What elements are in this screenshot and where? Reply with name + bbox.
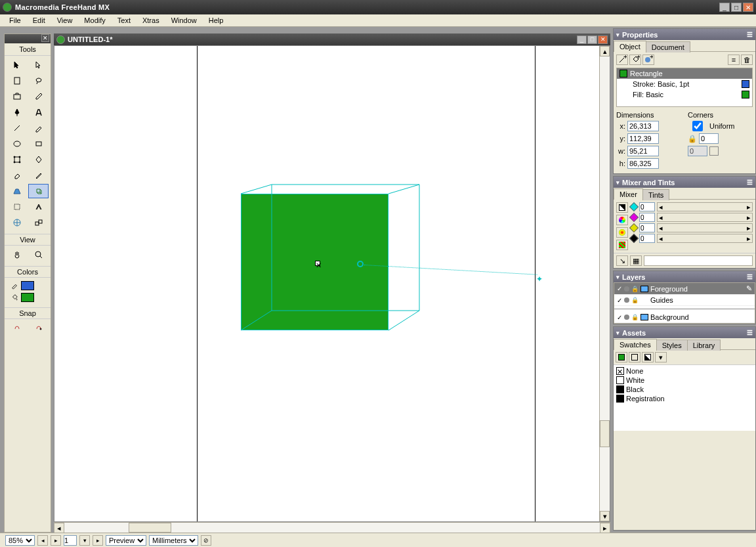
menu-view[interactable]: View — [51, 15, 79, 26]
tab-library[interactable]: Library — [687, 339, 721, 351]
stroke-color-swatch[interactable] — [21, 281, 34, 290]
yellow-slider[interactable]: ◂▸ — [657, 223, 753, 232]
menu-window[interactable]: Window — [165, 15, 203, 26]
text-tool[interactable] — [28, 105, 49, 120]
add-effect-button[interactable]: + — [642, 55, 654, 65]
layer-guides[interactable]: ✓🔒Guides — [614, 295, 755, 306]
fill-swatch[interactable] — [742, 91, 749, 98]
swatches-list[interactable]: ✕None White Black Registration — [614, 365, 755, 431]
snap-point-tool[interactable] — [28, 321, 49, 336]
tab-mixer[interactable]: Mixer — [614, 188, 643, 200]
mixer-header[interactable]: ▾Mixer and Tints☰ — [614, 177, 755, 188]
color-mode-1[interactable] — [616, 202, 628, 213]
layer-foreground[interactable]: ✓🔒Foreground✎ — [614, 283, 755, 295]
eyedropper-tool[interactable] — [28, 89, 49, 104]
swatch-menu-button[interactable]: ▾ — [655, 352, 667, 362]
h-input[interactable] — [627, 158, 659, 169]
zoom-select[interactable]: 85% — [5, 535, 35, 546]
layers-header[interactable]: ▾Layers☰ — [614, 271, 755, 282]
black-slider[interactable]: ◂▸ — [657, 234, 753, 243]
status-info-button[interactable]: ⊘ — [201, 535, 211, 546]
uniform-checkbox[interactable] — [688, 121, 707, 131]
canvas[interactable]: ✕ ✦ ▴ ▾ — [54, 45, 610, 522]
tree-stroke[interactable]: Stroke: Basic, 1pt — [617, 79, 752, 89]
tab-object[interactable]: Object — [614, 41, 646, 52]
stroke-swatch[interactable] — [742, 80, 749, 88]
connector-tool[interactable] — [7, 215, 27, 230]
scrollbar-vertical[interactable]: ▴ ▾ — [599, 46, 610, 521]
x-input[interactable] — [627, 121, 659, 131]
scroll-thumb-v[interactable] — [600, 420, 610, 448]
swatch-none[interactable]: ✕None — [616, 366, 753, 376]
maximize-button[interactable]: □ — [731, 3, 742, 12]
mode-select[interactable]: Preview — [106, 535, 146, 546]
3drotation-tool[interactable] — [28, 184, 49, 198]
eraser-tool[interactable] — [7, 168, 27, 183]
tab-tints[interactable]: Tints — [642, 189, 669, 200]
corner1-input[interactable] — [699, 133, 719, 144]
page-nav-button[interactable]: ▸ — [93, 535, 103, 546]
blend-tool[interactable] — [28, 200, 49, 214]
page-tool[interactable] — [7, 74, 27, 88]
swatch-registration[interactable]: Registration — [616, 394, 753, 403]
scroll-down-icon[interactable]: ▾ — [600, 511, 610, 521]
doc-close-button[interactable]: ✕ — [598, 35, 608, 44]
next-page-button[interactable]: ▸ — [51, 535, 61, 546]
pencil-tool[interactable] — [28, 121, 49, 135]
scrollbar-horizontal[interactable]: ◂ ▸ — [54, 522, 610, 533]
pen-tool[interactable] — [7, 105, 27, 120]
add-stroke-button[interactable]: + — [616, 55, 628, 65]
vanishing-point[interactable]: ✦ — [536, 274, 543, 284]
doc-minimize-button[interactable]: _ — [577, 35, 587, 44]
color-well[interactable] — [644, 255, 753, 266]
tab-styles[interactable]: Styles — [656, 339, 688, 351]
mixer-extra-button[interactable]: ▦ — [630, 255, 642, 266]
collapse-icon[interactable]: ▾ — [616, 330, 620, 336]
panel-options-icon[interactable]: ☰ — [747, 179, 753, 186]
menu-help[interactable]: Help — [203, 15, 230, 26]
rectangle-tool[interactable] — [28, 137, 49, 151]
color-mode-4[interactable] — [616, 240, 628, 250]
swatch-white[interactable]: White — [616, 376, 753, 385]
menu-modify[interactable]: Modify — [78, 15, 111, 26]
panel-options-icon[interactable]: ☰ — [747, 273, 753, 280]
menu-edit[interactable]: Edit — [27, 15, 51, 26]
swatch-view-both[interactable] — [642, 352, 654, 362]
doc-maximize-button[interactable]: □ — [587, 35, 597, 44]
close-icon[interactable]: ✕ — [41, 34, 49, 42]
add-to-swatches-button[interactable]: ↘ — [616, 255, 628, 266]
scroll-up-icon[interactable]: ▴ — [600, 46, 610, 56]
scroll-left-icon[interactable]: ◂ — [54, 523, 64, 533]
tab-document[interactable]: Document — [646, 41, 690, 53]
panel-options-icon[interactable]: ☰ — [747, 329, 753, 336]
delete-button[interactable]: 🗑 — [741, 55, 753, 65]
properties-header[interactable]: ▾Properties☰ — [614, 29, 755, 40]
subselect-tool[interactable] — [28, 58, 49, 72]
collapse-icon[interactable]: ▾ — [616, 32, 620, 38]
y-input[interactable] — [627, 133, 659, 144]
panel-options-icon[interactable]: ☰ — [747, 31, 753, 38]
perspective-tool[interactable] — [7, 184, 27, 198]
trace-tool[interactable] — [7, 200, 27, 214]
tree-fill[interactable]: Fill: Basic — [617, 89, 752, 100]
magenta-slider[interactable]: ◂▸ — [657, 213, 753, 222]
center-handle[interactable]: ✕ — [315, 261, 320, 266]
swatch-black[interactable]: Black — [616, 385, 753, 394]
add-fill-button[interactable]: + — [629, 55, 641, 65]
menu-xtras[interactable]: Xtras — [136, 15, 165, 26]
scroll-thumb-h[interactable] — [129, 523, 171, 533]
cyan-slider[interactable]: ◂▸ — [657, 202, 753, 211]
document-titlebar[interactable]: UNTITLED-1* _ □ ✕ — [54, 33, 610, 45]
tree-rectangle[interactable]: Rectangle — [617, 68, 752, 79]
tab-swatches[interactable]: Swatches — [614, 339, 657, 350]
scroll-right-icon[interactable]: ▸ — [600, 523, 610, 533]
assets-header[interactable]: ▾Assets☰ — [614, 327, 755, 338]
knife-tool[interactable] — [28, 168, 49, 183]
color-mode-3[interactable] — [616, 227, 628, 238]
reorder-button[interactable]: ≡ — [728, 55, 740, 65]
zoom-tool[interactable] — [28, 248, 49, 262]
magenta-input[interactable] — [639, 213, 655, 222]
units-select[interactable]: Millimeters — [149, 535, 198, 546]
collapse-icon[interactable]: ▾ — [616, 274, 620, 280]
yellow-input[interactable] — [639, 223, 655, 232]
